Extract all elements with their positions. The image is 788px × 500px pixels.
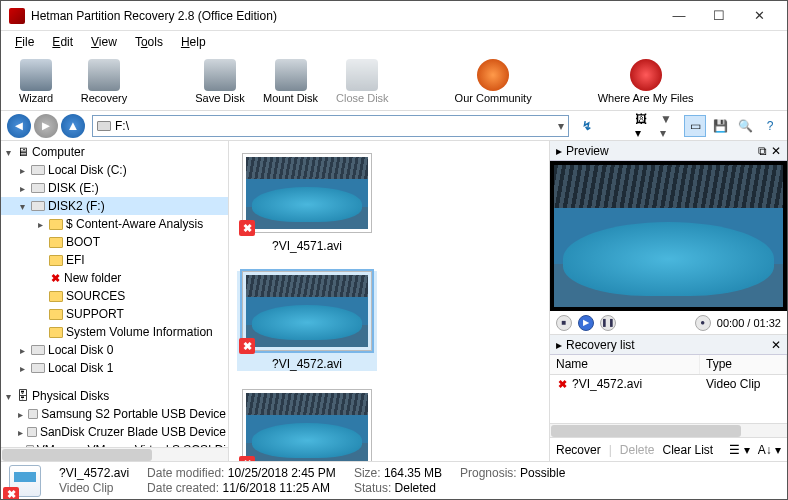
minimize-button[interactable]: — — [659, 2, 699, 30]
app-icon — [9, 8, 25, 24]
tool-save-disk[interactable]: Save Disk — [195, 59, 245, 104]
save-button[interactable]: 💾 — [709, 115, 731, 137]
close-preview-icon[interactable]: ✕ — [771, 144, 781, 158]
tool-community[interactable]: Our Community — [455, 59, 532, 104]
tree-computer[interactable]: ▾🖥Computer — [1, 143, 228, 161]
nav-back-button[interactable]: ◄ — [7, 114, 31, 138]
deleted-badge-icon: ✖ — [239, 456, 255, 461]
tree-folder[interactable]: System Volume Information — [1, 323, 228, 341]
folder-icon — [49, 255, 63, 266]
recovery-list-header: ▸Recovery list ✕ — [550, 335, 787, 355]
disk-icon — [27, 427, 37, 437]
recovery-actions: Recover | Delete Clear List ☰ ▾ A↓ ▾ — [550, 437, 787, 461]
pop-out-icon[interactable]: ⧉ — [758, 144, 767, 158]
play-button[interactable]: ▶ — [578, 315, 594, 331]
status-file-kind: Video Clip — [59, 481, 129, 495]
disk-icon — [31, 201, 45, 211]
menu-view[interactable]: View — [83, 33, 125, 51]
dropdown-icon[interactable]: ▾ — [558, 119, 564, 133]
deleted-badge-icon: ✖ — [239, 338, 255, 354]
folder-icon — [49, 327, 63, 338]
sort-button[interactable]: A↓ ▾ — [758, 443, 781, 457]
tree-folder[interactable]: SOURCES — [1, 287, 228, 305]
tree-scrollbar[interactable] — [1, 447, 228, 461]
drives-icon: 🗄 — [17, 389, 29, 403]
menu-help[interactable]: Help — [173, 33, 214, 51]
nav-up-button[interactable]: ▲ — [61, 114, 85, 138]
recovery-icon — [88, 59, 120, 91]
disk-icon — [28, 409, 38, 419]
col-type[interactable]: Type — [700, 355, 787, 374]
search-button[interactable]: 🔍 — [734, 115, 756, 137]
player-controls: ■ ▶ ❚❚ ● 00:00 / 01:32 — [550, 311, 787, 335]
recover-button[interactable]: Recover — [556, 443, 601, 457]
tree-physical-disk[interactable]: ▸Samsung S2 Portable USB Device — [1, 405, 228, 423]
mount-disk-icon — [275, 59, 307, 91]
close-button[interactable]: ✕ — [739, 2, 779, 30]
file-thumb[interactable]: ✖ ?VI_4571.avi — [237, 153, 377, 253]
stop-button[interactable]: ■ — [556, 315, 572, 331]
col-name[interactable]: Name — [550, 355, 700, 374]
nav-forward-button[interactable]: ► — [34, 114, 58, 138]
preview-header: ▸Preview ⧉ ✕ — [550, 141, 787, 161]
disk-icon — [31, 363, 45, 373]
drive-icon — [97, 121, 111, 131]
main-toolbar: Wizard Recovery Save Disk Mount Disk Clo… — [1, 53, 787, 111]
playback-time: 00:00 / 01:32 — [717, 317, 781, 329]
file-thumb[interactable]: ✖ ?VI_4573.avi — [237, 389, 377, 461]
menu-tools[interactable]: Tools — [127, 33, 171, 51]
tree-drive[interactable]: ▸Local Disk (C:) — [1, 161, 228, 179]
alarm-icon — [630, 59, 662, 91]
tree-physical-header[interactable]: ▾🗄Physical Disks — [1, 387, 228, 405]
tool-mount-disk[interactable]: Mount Disk — [263, 59, 318, 104]
tool-close-disk: Close Disk — [336, 59, 389, 104]
folder-icon — [49, 219, 63, 230]
close-disk-icon — [346, 59, 378, 91]
file-grid[interactable]: ✖ ?VI_4571.avi ✖ ?VI_4572.avi ✖ ?VI_4573… — [229, 141, 549, 461]
file-thumb-selected[interactable]: ✖ ?VI_4572.avi — [237, 271, 377, 371]
tree-drive[interactable]: ▸Local Disk 1 — [1, 359, 228, 377]
clear-list-button[interactable]: Clear List — [663, 443, 714, 457]
folder-icon — [49, 237, 63, 248]
snapshot-button[interactable]: ● — [695, 315, 711, 331]
menu-edit[interactable]: Edit — [44, 33, 81, 51]
tree-folder[interactable]: EFI — [1, 251, 228, 269]
recovery-scrollbar[interactable] — [550, 423, 787, 437]
disk-icon — [31, 345, 45, 355]
path-input[interactable]: ▾ — [92, 115, 569, 137]
pause-button[interactable]: ❚❚ — [600, 315, 616, 331]
deleted-icon: ✖ — [49, 272, 61, 284]
tree-physical-disk[interactable]: ▸SanDisk Cruzer Blade USB Device — [1, 423, 228, 441]
tree-folder[interactable]: BOOT — [1, 233, 228, 251]
recovery-columns[interactable]: Name Type — [550, 355, 787, 375]
tree-drive[interactable]: ▸DISK (E:) — [1, 179, 228, 197]
file-name: ?VI_4571.avi — [272, 239, 342, 253]
filter-button[interactable]: ▼ ▾ — [659, 115, 681, 137]
recovery-list-item[interactable]: ✖ ?VI_4572.avi Video Clip — [550, 375, 787, 393]
view-mode-button[interactable]: 🖼 ▾ — [634, 115, 656, 137]
preview-toggle-button[interactable]: ▭ — [684, 115, 706, 137]
folder-tree[interactable]: ▾🖥Computer ▸Local Disk (C:) ▸DISK (E:) ▾… — [1, 141, 229, 461]
tool-where-files[interactable]: Where Are My Files — [598, 59, 694, 104]
tool-wizard[interactable]: Wizard — [11, 59, 61, 104]
deleted-icon: ✖ — [556, 378, 568, 390]
list-view-button[interactable]: ☰ ▾ — [729, 443, 749, 457]
right-pane: ▸Preview ⧉ ✕ ■ ▶ ❚❚ ● 00:00 / 01:32 ▸Rec… — [549, 141, 787, 461]
tree-folder[interactable]: ▸$ Content-Aware Analysis — [1, 215, 228, 233]
tree-folder-deleted[interactable]: ✖New folder — [1, 269, 228, 287]
maximize-button[interactable]: ☐ — [699, 2, 739, 30]
tool-recovery[interactable]: Recovery — [79, 59, 129, 104]
tree-folder[interactable]: SUPPORT — [1, 305, 228, 323]
window-title: Hetman Partition Recovery 2.8 (Office Ed… — [31, 9, 659, 23]
tree-drive[interactable]: ▸Local Disk 0 — [1, 341, 228, 359]
tree-drive-selected[interactable]: ▾DISK2 (F:) — [1, 197, 228, 215]
menu-file[interactable]: File — [7, 33, 42, 51]
close-recovery-list-icon[interactable]: ✕ — [771, 338, 781, 352]
status-file-name: ?VI_4572.avi — [59, 466, 129, 480]
path-field[interactable] — [115, 119, 558, 133]
wizard-icon — [20, 59, 52, 91]
refresh-button[interactable]: ↯ — [576, 115, 598, 137]
title-bar: Hetman Partition Recovery 2.8 (Office Ed… — [1, 1, 787, 31]
deleted-badge-icon: ✖ — [239, 220, 255, 236]
help-button[interactable]: ? — [759, 115, 781, 137]
